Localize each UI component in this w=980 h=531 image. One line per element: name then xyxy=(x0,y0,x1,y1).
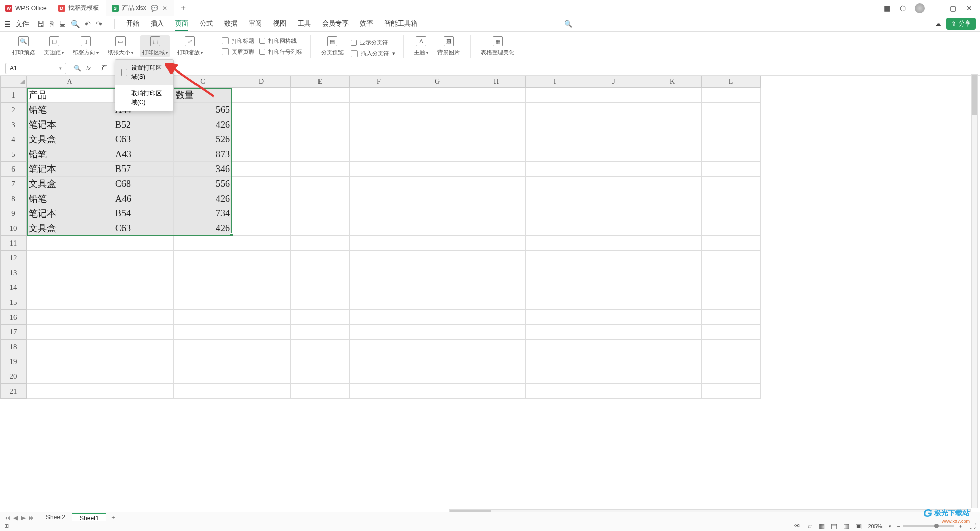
cell[interactable] xyxy=(350,162,408,177)
cell[interactable] xyxy=(27,266,113,280)
row-header[interactable]: 7 xyxy=(0,177,27,191)
cell[interactable] xyxy=(232,221,291,236)
row-header[interactable]: 3 xyxy=(0,117,27,132)
cell[interactable] xyxy=(702,384,761,399)
row-header[interactable]: 15 xyxy=(0,295,27,310)
undo-icon[interactable]: ↶ xyxy=(85,20,91,28)
cell[interactable] xyxy=(408,295,467,310)
row-header[interactable]: 12 xyxy=(0,251,27,266)
fx-label[interactable]: fx xyxy=(86,65,91,72)
cell[interactable] xyxy=(467,251,526,266)
set-print-area-item[interactable]: 设置打印区域(S) xyxy=(115,60,173,85)
cell[interactable] xyxy=(526,369,584,384)
nav-item-公式[interactable]: 公式 xyxy=(200,17,213,31)
chevron-down-icon[interactable]: ▾ xyxy=(889,524,891,529)
cell[interactable] xyxy=(350,132,408,147)
cell[interactable] xyxy=(232,177,291,191)
gridlines-checkbox[interactable]: 打印网格线 xyxy=(259,37,302,45)
cell[interactable] xyxy=(702,103,761,117)
cell[interactable] xyxy=(643,354,702,369)
cell[interactable] xyxy=(113,369,174,384)
cell[interactable] xyxy=(526,206,584,221)
cell[interactable] xyxy=(232,88,291,103)
cell[interactable] xyxy=(526,251,584,266)
cell[interactable] xyxy=(643,384,702,399)
cell[interactable] xyxy=(350,325,408,340)
cell[interactable]: C68 xyxy=(113,177,174,191)
cell[interactable] xyxy=(408,162,467,177)
file-menu[interactable]: 文件 xyxy=(16,19,29,29)
cell[interactable] xyxy=(584,177,643,191)
cell[interactable] xyxy=(643,325,702,340)
cell[interactable] xyxy=(584,221,643,236)
cell[interactable] xyxy=(113,251,174,266)
cell[interactable] xyxy=(408,103,467,117)
cell[interactable] xyxy=(702,221,761,236)
cell[interactable] xyxy=(584,162,643,177)
cell[interactable] xyxy=(643,206,702,221)
col-header[interactable]: E xyxy=(291,76,350,88)
cell[interactable] xyxy=(350,117,408,132)
cell[interactable] xyxy=(702,147,761,162)
cell-grid[interactable]: 产品规格数量铅笔A44565笔记本B52426文具盒C63526铅笔A43873… xyxy=(27,88,761,399)
cell[interactable] xyxy=(113,384,174,399)
cell[interactable] xyxy=(232,103,291,117)
cell[interactable]: A43 xyxy=(113,147,174,162)
cell[interactable] xyxy=(526,132,584,147)
arrange-button[interactable]: ▦表格整理美化 xyxy=(479,35,517,57)
hamburger-icon[interactable]: ☰ xyxy=(4,20,11,28)
nav-item-插入[interactable]: 插入 xyxy=(151,17,164,31)
cell[interactable] xyxy=(702,354,761,369)
scrollbar-thumb[interactable] xyxy=(972,75,977,115)
cell[interactable] xyxy=(232,354,291,369)
preview-icon[interactable]: 🔍 xyxy=(71,20,80,28)
cell[interactable] xyxy=(702,340,761,354)
cell[interactable] xyxy=(702,310,761,325)
cell[interactable] xyxy=(467,384,526,399)
cell[interactable] xyxy=(174,384,232,399)
cell[interactable] xyxy=(702,251,761,266)
cell[interactable] xyxy=(350,236,408,251)
cell[interactable] xyxy=(584,310,643,325)
cell[interactable] xyxy=(526,340,584,354)
cell[interactable] xyxy=(408,221,467,236)
cell[interactable] xyxy=(467,325,526,340)
cell[interactable] xyxy=(408,340,467,354)
cell[interactable] xyxy=(467,177,526,191)
cell[interactable] xyxy=(113,280,174,295)
col-header[interactable]: A xyxy=(27,76,113,88)
cell[interactable] xyxy=(467,88,526,103)
orientation-button[interactable]: ▯纸张方向▾ xyxy=(71,35,101,57)
cell[interactable] xyxy=(584,369,643,384)
cell[interactable] xyxy=(643,132,702,147)
cell[interactable] xyxy=(526,177,584,191)
cell[interactable]: 铅笔 xyxy=(27,191,113,206)
redo-icon[interactable]: ↷ xyxy=(96,20,102,28)
row-header[interactable]: 1 xyxy=(0,88,27,103)
cell[interactable] xyxy=(643,369,702,384)
background-button[interactable]: 🖼背景图片 xyxy=(435,35,462,57)
nav-item-会员专享[interactable]: 会员专享 xyxy=(322,17,349,31)
cell[interactable] xyxy=(467,221,526,236)
cell[interactable] xyxy=(408,325,467,340)
cell[interactable] xyxy=(232,236,291,251)
cell[interactable] xyxy=(113,340,174,354)
search-icon[interactable]: 🔍 xyxy=(564,20,572,28)
cell[interactable] xyxy=(408,206,467,221)
cell[interactable] xyxy=(113,354,174,369)
cell[interactable]: B57 xyxy=(113,162,174,177)
cell[interactable]: B54 xyxy=(113,206,174,221)
save-icon[interactable]: 🖫 xyxy=(37,20,44,28)
cell[interactable] xyxy=(467,162,526,177)
cell[interactable] xyxy=(584,147,643,162)
cell[interactable] xyxy=(113,295,174,310)
cell[interactable] xyxy=(350,280,408,295)
cell[interactable] xyxy=(113,310,174,325)
cell[interactable] xyxy=(702,295,761,310)
cell[interactable] xyxy=(232,295,291,310)
cell[interactable] xyxy=(408,280,467,295)
cell[interactable] xyxy=(702,325,761,340)
cell[interactable] xyxy=(702,162,761,177)
cell[interactable] xyxy=(408,117,467,132)
cell[interactable] xyxy=(350,340,408,354)
